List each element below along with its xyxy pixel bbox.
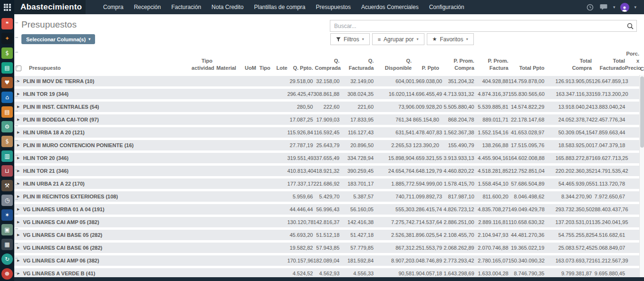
expand-caret-icon[interactable]: ▶ — [17, 246, 19, 250]
table-row[interactable]: ▶ HLIN TOR 21 (346) 410.813,40 418.921,3… — [14, 166, 639, 176]
activities-clock-icon[interactable] — [584, 0, 597, 14]
menu-item[interactable]: Compra — [98, 0, 129, 14]
menu-item[interactable]: Acuerdos Comerciales — [356, 0, 424, 14]
table-row[interactable]: ▶ HLIN TOR 20 (346) 319.551,49 337.655,4… — [14, 153, 639, 163]
repair-wrench-icon[interactable]: ⚙ — [1, 121, 13, 132]
purchase-document-icon[interactable]: ▤ — [1, 106, 13, 118]
column-header-material[interactable]: Material — [212, 65, 236, 72]
column-header-uom[interactable]: UoM — [236, 65, 256, 72]
expand-caret-icon[interactable]: ▶ — [17, 195, 19, 198]
column-header-porc-x-precio[interactable]: Porc. x Precio — [625, 50, 639, 72]
cell-q-disponible: 7.275,74 — [374, 219, 412, 225]
sales-money-icon[interactable]: $ — [1, 47, 13, 59]
table-row[interactable]: ▶ PLIN III MOV DE TIERRA (10) 29.518,00 … — [14, 76, 639, 86]
app-brand-title[interactable]: Abastecimiento — [14, 0, 86, 14]
filters-button[interactable]: Filtros ▾ — [330, 33, 370, 45]
crm-handshake-icon[interactable]: ✦ — [1, 33, 13, 44]
table-row[interactable]: ▶ PLIN III INST. CENTRALES (54) 280,50 2… — [14, 102, 639, 112]
messages-chat-icon[interactable] — [597, 0, 610, 14]
inventory-box-icon[interactable]: ▥ — [1, 150, 13, 162]
table-row[interactable]: ▶ PLIN III BODEGA CAI-TOR (97) 17.087,25… — [14, 114, 639, 125]
cell-total-ppto: 150.340.090,32 — [508, 258, 544, 263]
table-row[interactable]: ▶ VG LINARES URBA 01 A 04 (191) 44.446,4… — [14, 204, 639, 215]
table-row[interactable]: ▶ HLIN URBA 18 A 20 (121) 115.926,84 116… — [14, 127, 639, 138]
search-input[interactable] — [330, 23, 624, 29]
menu-item[interactable]: Nota Credito — [206, 0, 249, 14]
timer-refresh-icon[interactable]: ↻ — [1, 253, 13, 265]
menu-item[interactable]: Recepción — [129, 0, 166, 14]
column-header-total-facturado[interactable]: Total Facturado — [592, 57, 625, 72]
expand-caret-icon[interactable]: ▶ — [17, 259, 19, 262]
cell-p-prom-compra: 2.108.455,70 — [439, 232, 474, 238]
clipboard-timer-icon[interactable]: ▣ — [1, 224, 13, 235]
helpdesk-lifebuoy-icon[interactable]: ☸ — [1, 268, 13, 280]
expand-caret-icon[interactable]: ▶ — [17, 143, 19, 147]
table-row[interactable]: ▶ VG LINARES CAI AMP 06 (382) 170.157,96… — [14, 255, 639, 266]
column-header-total-compra[interactable]: Total Compra — [544, 57, 592, 72]
spreadsheet-icon[interactable]: ▦ — [1, 239, 13, 250]
cell-p-prom-compra: 4.460.820,22 — [439, 168, 474, 174]
column-header-p-prom-compra[interactable]: P. Prom. Compra — [439, 57, 474, 72]
contacts-book-icon[interactable]: ▤ — [1, 62, 13, 74]
filters-label: Filtros — [344, 36, 359, 43]
avatar-icon — [620, 3, 629, 12]
manufacturing-hammer-icon[interactable]: ⚒ — [1, 180, 13, 191]
expand-caret-icon[interactable]: ▶ — [17, 233, 19, 237]
cell-q-ppto: 170.157,96 — [287, 258, 313, 263]
table-row[interactable]: ▶ HLIN TOR 19 (344) 296.425,47 308.861,8… — [14, 89, 639, 99]
table-row[interactable]: ▶ VG LINARES CAI BASE 05 (282) 45.693,20… — [14, 230, 639, 240]
column-header-q-comprada[interactable]: Q. Comprada — [313, 57, 340, 72]
cell-q-facturada: 56.160,05 — [339, 206, 374, 212]
ecommerce-cart-icon[interactable]: ⊔ — [1, 165, 13, 177]
vertical-scrollbar[interactable] — [639, 75, 644, 281]
expand-caret-icon[interactable]: ▶ — [17, 131, 19, 134]
billing-document-icon[interactable]: $ — [1, 136, 13, 147]
column-header-q-disponible[interactable]: Q. Disponible — [374, 57, 412, 72]
cell-q-disponible: 24.654,76 — [374, 168, 412, 174]
column-header-lote[interactable]: Lote — [270, 65, 288, 72]
website-heart-icon[interactable]: ♥ — [1, 77, 13, 88]
group-by-button[interactable]: ≡ Agrupar por ▾ — [372, 33, 424, 45]
menu-item[interactable]: Presupuestos — [311, 0, 356, 14]
menu-item[interactable]: Configuración — [424, 0, 470, 14]
column-header-q-facturada[interactable]: Q. Facturada — [339, 57, 374, 72]
column-header-tipo[interactable]: Tipo — [256, 65, 270, 72]
select-columns-button[interactable]: Seleccionar Columna(s) ▾ — [21, 34, 95, 44]
magic-wand-icon[interactable]: ✶ — [1, 209, 13, 221]
expand-caret-icon[interactable]: ▶ — [17, 220, 19, 224]
home-icon[interactable]: ⌂ — [1, 92, 13, 103]
cell-q-comprada: 57.943,85 — [313, 245, 339, 251]
cell-total-facturado: 9.695.880,45 — [592, 271, 625, 276]
discuss-chat-icon[interactable]: ❝ — [1, 18, 13, 29]
table-row[interactable]: ▶ VG LINARES CAI BASE 06 (282) 19.582,82… — [14, 243, 639, 253]
column-header-q-ppto[interactable]: Q. Ppto. — [288, 65, 313, 72]
chevron-down-icon: ▾ — [466, 37, 468, 41]
cell-p-prom-factura: 2.780.165,07 — [474, 258, 509, 263]
systray-caret-icon[interactable]: ▾ — [610, 5, 618, 9]
column-header-total-ppto[interactable]: Total Ppto — [509, 65, 545, 72]
group-name: HLIN TOR 19 (344) — [23, 91, 68, 97]
expand-caret-icon[interactable]: ▶ — [17, 118, 19, 122]
expand-caret-icon[interactable]: ▶ — [17, 105, 19, 109]
table-row[interactable]: ▶ VG LINARES CAI AMP 05 (382) 130.120,78… — [14, 217, 639, 227]
expand-caret-icon[interactable]: ▶ — [17, 207, 19, 211]
column-header-p-ppto[interactable]: P. Ppto — [412, 65, 439, 72]
expand-caret-icon[interactable]: ▶ — [17, 156, 19, 160]
apps-grid-icon[interactable] — [0, 0, 14, 14]
attendance-clock-icon[interactable]: ◷ — [1, 195, 13, 206]
table-row[interactable]: ▶ PLIN III RECINTOS EXTERIORES (108) 5.9… — [14, 191, 639, 202]
search-icon[interactable] — [624, 23, 636, 29]
column-header-p-prom-factura[interactable]: P. Prom. Factura — [474, 57, 509, 72]
user-menu-caret-icon[interactable]: ▾ — [631, 5, 639, 9]
menu-item[interactable]: Plantillas de compra — [249, 0, 310, 14]
funnel-icon — [336, 37, 341, 42]
menu-item[interactable]: Facturación — [166, 0, 206, 14]
scrollbar-thumb[interactable] — [640, 76, 644, 148]
user-avatar[interactable] — [618, 0, 631, 14]
column-header-tipo-actividad[interactable]: Tipo actividad — [190, 57, 212, 72]
column-header-presupuesto[interactable]: Presupuesto — [16, 65, 190, 72]
expand-caret-icon[interactable]: ▶ — [17, 92, 19, 96]
table-row[interactable]: ▶ HLIN URBA 21 A 22 (170) 177.337,17 221… — [14, 178, 639, 189]
table-row[interactable]: ▶ PLIN III MURO CONTENCION PONIENTE (16)… — [14, 140, 639, 150]
favorites-button[interactable]: ★ Favoritos ▾ — [427, 33, 474, 45]
